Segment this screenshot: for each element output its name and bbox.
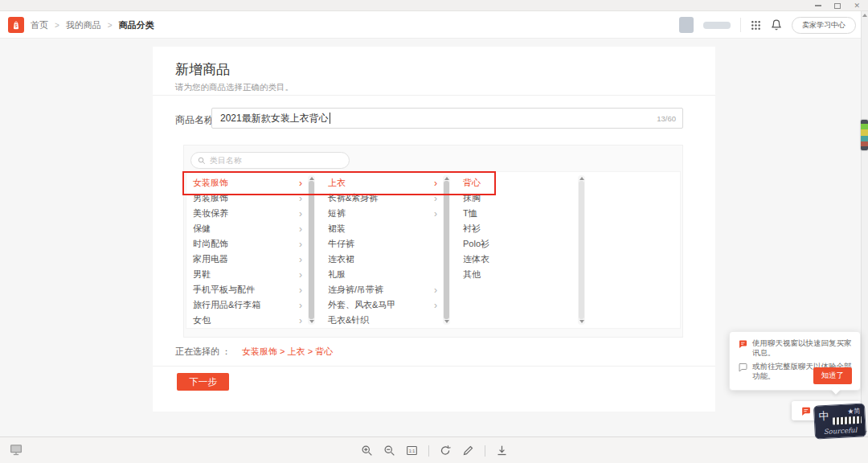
category-item[interactable]: 短裤› — [321, 206, 440, 221]
scroll-down-icon[interactable] — [444, 320, 449, 323]
category-item-label: 手机平板与配件 — [193, 284, 255, 296]
column-2-scrollbar[interactable] — [443, 175, 450, 325]
category-lists: 女装服饰›男装服饰›美妆保养›保健›时尚配饰›家用电器›男鞋›手机平板与配件›旅… — [186, 171, 681, 329]
product-name-value: 2021最新款女装上衣背心 — [220, 112, 329, 125]
category-item[interactable]: 长裤&紧身裤› — [321, 191, 440, 206]
divider — [428, 445, 429, 457]
column-1-scrollbar[interactable] — [308, 175, 315, 325]
add-product-card: 新增商品 请为您的商品选择正确的类目。 商品名称: 2021最新款女装上衣背心 … — [153, 47, 715, 412]
category-item-label: 其他 — [463, 268, 481, 281]
category-item-label: 女装服饰 — [193, 177, 228, 189]
seller-learning-center-label: 卖家学习中心 — [802, 20, 845, 31]
scroll-up-icon[interactable] — [309, 177, 314, 180]
category-item[interactable]: 男装服饰› — [186, 191, 305, 206]
category-item[interactable]: 裙装 — [321, 221, 440, 236]
category-item-label: 衬衫 — [463, 223, 481, 235]
category-item[interactable]: 背心 — [457, 175, 575, 191]
download-icon[interactable] — [496, 445, 508, 457]
category-item[interactable]: 男鞋› — [186, 267, 305, 282]
apps-grid-icon[interactable] — [751, 20, 761, 31]
category-item-label: 连身裤/吊带裤 — [328, 284, 383, 296]
category-item[interactable]: Polo衫 — [457, 236, 575, 252]
breadcrumb-my-products[interactable]: 我的商品 — [66, 19, 101, 31]
divider — [485, 445, 485, 457]
scrollbar-thumb[interactable] — [444, 181, 449, 319]
category-item[interactable]: 上衣› — [321, 175, 440, 191]
category-item[interactable]: 时尚配饰› — [186, 236, 305, 252]
chat-bubble-filled-icon — [800, 406, 811, 416]
category-item[interactable]: 女包› — [186, 313, 305, 328]
scroll-up-icon[interactable] — [444, 177, 449, 180]
category-item-label: 连衣裙 — [328, 253, 354, 265]
scroll-down-icon[interactable] — [309, 320, 314, 323]
category-item[interactable]: 连衣裙 — [321, 252, 440, 267]
category-item[interactable]: 外套、风衣&马甲› — [321, 297, 440, 313]
category-search-box[interactable] — [190, 152, 350, 169]
next-step-label: 下一步 — [189, 376, 217, 388]
maximize-icon[interactable] — [834, 3, 841, 9]
scroll-up-icon[interactable] — [579, 177, 584, 180]
category-item-label: Polo衫 — [463, 238, 489, 250]
chat-bubble-outline-icon — [738, 362, 747, 382]
category-item-label: 家用电器 — [193, 253, 228, 265]
chat-tooltip: 使用聊天视窗以快速回复买家讯息。 或前往完整版聊天以体验全部功能。 知道了 — [729, 331, 861, 391]
category-item[interactable]: 牛仔裤 — [321, 236, 440, 252]
category-item[interactable]: 礼服 — [321, 267, 440, 282]
zoom-in-icon[interactable] — [361, 445, 373, 457]
category-item[interactable]: 美妆保养› — [186, 206, 305, 221]
close-icon[interactable]: ✕ — [854, 2, 860, 10]
chevron-right-icon: › — [299, 178, 302, 188]
edit-pencil-icon[interactable] — [462, 445, 474, 457]
chevron-right-icon: › — [299, 301, 302, 310]
avatar[interactable] — [679, 17, 694, 33]
extension-marker-badge[interactable] — [861, 120, 868, 150]
chevron-right-icon: › — [434, 194, 437, 203]
got-it-label: 知道了 — [821, 371, 845, 379]
category-item[interactable]: 抹胸 — [457, 191, 575, 206]
category-item[interactable]: 女装服饰› — [186, 175, 305, 191]
category-search-input[interactable] — [210, 156, 342, 165]
category-item[interactable]: 连体衣 — [457, 252, 575, 267]
product-name-label: 商品名称: — [175, 113, 216, 127]
minimize-icon[interactable] — [815, 5, 821, 6]
category-item-label: 旅行用品&行李箱 — [193, 299, 260, 311]
category-item[interactable]: 旅行用品&行李箱› — [186, 297, 305, 313]
category-item[interactable]: 手机平板与配件› — [186, 282, 305, 297]
scroll-down-icon[interactable] — [579, 320, 584, 323]
next-step-button[interactable]: 下一步 — [177, 373, 229, 391]
category-item-label: 女包 — [193, 314, 211, 326]
category-column-2: 上衣›长裤&紧身裤›短裤›裙装牛仔裤连衣裙礼服连身裤/吊带裤›外套、风衣&马甲›… — [321, 172, 453, 328]
category-item-label: 连体衣 — [463, 253, 489, 265]
category-item[interactable]: 衬衫 — [457, 221, 575, 236]
category-item[interactable]: 连身裤/吊带裤› — [321, 282, 440, 297]
category-item[interactable]: T恤 — [457, 206, 575, 221]
shopee-logo-icon[interactable]: S — [8, 17, 24, 33]
category-item[interactable]: 其他 — [457, 267, 575, 282]
zoom-out-icon[interactable] — [383, 445, 395, 457]
watermark-char-right: ★简 — [847, 407, 861, 416]
chat-bubble-filled-icon — [738, 338, 747, 359]
rotate-icon[interactable] — [440, 445, 452, 457]
scrollbar-thumb[interactable] — [309, 181, 314, 319]
chevron-right-icon: › — [299, 194, 302, 203]
got-it-button[interactable]: 知道了 — [813, 367, 853, 384]
column-3-scrollbar[interactable] — [578, 175, 585, 325]
scroll-up-icon[interactable] — [862, 14, 867, 17]
category-panel: 女装服饰›男装服饰›美妆保养›保健›时尚配饰›家用电器›男鞋›手机平板与配件›旅… — [183, 145, 683, 338]
category-item-label: 短裤 — [328, 207, 346, 219]
category-item[interactable]: 家用电器› — [186, 252, 305, 267]
scrollbar-thumb[interactable] — [579, 181, 584, 319]
product-name-input[interactable]: 2021最新款女装上衣背心 13/60 — [211, 108, 683, 129]
page-scrollbar[interactable] — [861, 11, 868, 436]
search-icon — [198, 157, 206, 165]
seller-learning-center-button[interactable]: 卖家学习中心 — [792, 17, 856, 34]
bell-icon[interactable] — [771, 19, 782, 31]
svg-text:S: S — [14, 24, 17, 28]
actual-size-icon[interactable]: 1:1 — [406, 445, 418, 457]
category-item[interactable]: 保健› — [186, 221, 305, 236]
category-column-1: 女装服饰›男装服饰›美妆保养›保健›时尚配饰›家用电器›男鞋›手机平板与配件›旅… — [186, 172, 318, 328]
breadcrumb-home[interactable]: 首页 — [31, 19, 48, 31]
category-item[interactable]: 毛衣&针织 — [321, 313, 440, 328]
svg-text:1:1: 1:1 — [408, 449, 415, 453]
category-column-4-empty — [592, 172, 680, 328]
